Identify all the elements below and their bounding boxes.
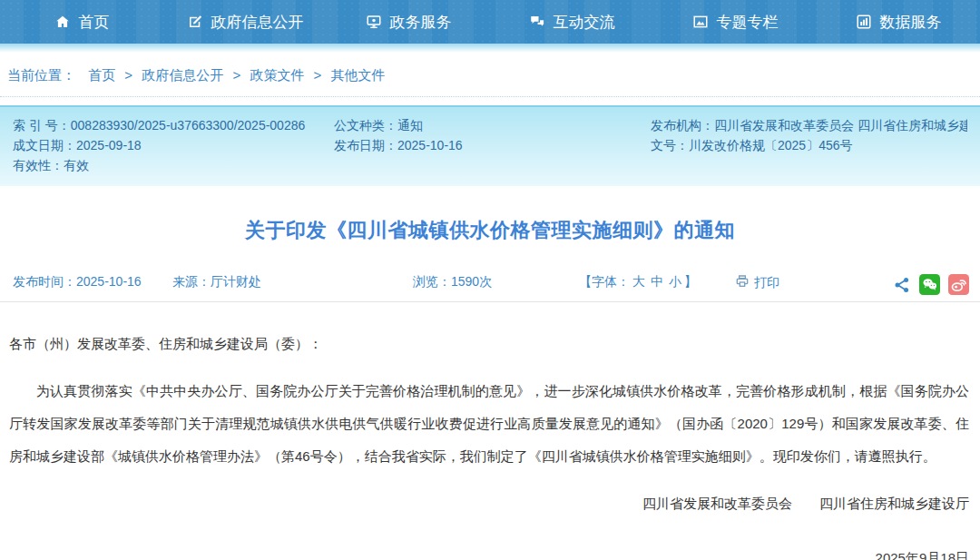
breadcrumb-item-gov-info[interactable]: 政府信息公开 xyxy=(142,67,223,83)
nav-item-label: 互动交流 xyxy=(554,12,615,33)
nav-item-services[interactable]: 政务服务 xyxy=(327,0,490,44)
picture-icon xyxy=(692,14,709,30)
breadcrumb-separator: > xyxy=(124,67,132,83)
nav-item-topics[interactable]: 专题专栏 xyxy=(653,0,817,44)
nav-item-data[interactable]: 数据服务 xyxy=(817,0,980,44)
font-size-control: 【字体：大中小】 xyxy=(579,274,697,290)
article-date: 2025年9月18日 xyxy=(9,547,969,560)
meta-column-2: 公文种类：通知 发布日期：2025-10-16 xyxy=(334,115,651,175)
nav-item-home[interactable]: 首页 xyxy=(0,0,163,44)
article-signature: 四川省发展和改革委员会 四川省住房和城乡建设厅 xyxy=(9,493,969,515)
top-nav: 首页 政府信息公开 政务服务 互动交流 专题专栏 数据服务 xyxy=(0,0,980,44)
font-size-medium-button[interactable]: 中 xyxy=(651,274,663,289)
breadcrumb-item-home[interactable]: 首页 xyxy=(88,67,115,83)
nav-item-label: 政府信息公开 xyxy=(211,12,304,33)
meta-label: 文号： xyxy=(651,138,689,152)
meta-value: 2025-10-16 xyxy=(397,138,463,152)
meta-value: 008283930/2025-u37663300/2025-00286 xyxy=(71,118,305,133)
meta-value: 有效 xyxy=(64,158,89,172)
share-toolbar xyxy=(893,274,969,298)
breadcrumb: 当前位置： 首页 > 政府信息公开 > 政策文件 > 其他文件 xyxy=(0,53,980,97)
breadcrumb-separator: > xyxy=(232,67,240,83)
meta-label: 成文日期： xyxy=(13,138,76,152)
meta-column-1: 索 引 号：008283930/2025-u37663300/2025-0028… xyxy=(13,115,334,175)
meta-doc-type: 公文种类：通知 xyxy=(334,115,651,135)
chat-icon xyxy=(529,14,545,30)
meta-value: 通知 xyxy=(397,118,423,133)
wechat-icon[interactable] xyxy=(919,274,940,298)
breadcrumb-item-policy-files[interactable]: 政策文件 xyxy=(250,67,304,83)
article-info-bar: 发布时间：2025-10-16 来源：厅计财处 浏览：1590次 【字体：大中小… xyxy=(0,266,980,302)
nav-gradient-strip xyxy=(0,44,980,53)
views-value: 1590次 xyxy=(451,274,492,289)
meta-label: 发布机构： xyxy=(651,118,714,133)
nav-item-label: 数据服务 xyxy=(880,12,942,33)
meta-validity: 有效性：有效 xyxy=(13,155,334,175)
meta-label: 索 引 号： xyxy=(13,118,71,133)
source-label: 来源： xyxy=(172,274,211,289)
meta-index-number: 索 引 号：008283930/2025-u37663300/2025-0028… xyxy=(13,115,334,135)
view-count: 浏览：1590次 xyxy=(413,274,492,290)
meta-label: 公文种类： xyxy=(334,118,397,133)
meta-label: 有效性： xyxy=(13,158,64,172)
breadcrumb-label: 当前位置： xyxy=(7,67,75,83)
print-label: 打印 xyxy=(754,275,779,291)
print-button[interactable]: 打印 xyxy=(735,274,779,291)
meta-publish-date: 发布日期：2025-10-16 xyxy=(334,135,651,155)
meta-value: 四川省发展和改革委员会 四川省住房和城乡建… xyxy=(714,118,967,133)
font-size-small-button[interactable]: 小 xyxy=(669,274,681,289)
breadcrumb-separator: > xyxy=(314,67,322,83)
nav-item-label: 政务服务 xyxy=(390,12,452,33)
nav-item-gov-info[interactable]: 政府信息公开 xyxy=(163,0,327,44)
article-paragraph: 为认真贯彻落实《中共中央办公厅、国务院办公厅关于完善价格治理机制的意见》，进一步… xyxy=(9,375,969,473)
publish-time: 发布时间：2025-10-16 xyxy=(13,274,142,290)
weibo-icon[interactable] xyxy=(948,274,969,298)
meta-doc-number: 文号：川发改价格规〔2025〕456号 xyxy=(651,135,967,155)
printer-icon xyxy=(735,274,750,291)
meta-value: 2025-09-18 xyxy=(76,138,142,152)
views-label: 浏览： xyxy=(413,274,451,289)
publish-time-label: 发布时间： xyxy=(13,274,76,289)
share-nodes-icon[interactable] xyxy=(893,276,911,297)
meta-column-3: 发布机构：四川省发展和改革委员会 四川省住房和城乡建… 文号：川发改价格规〔20… xyxy=(651,115,967,175)
article-salutation: 各市（州）发展改革委、住房和城乡建设局（委）： xyxy=(9,333,969,355)
nav-item-label: 首页 xyxy=(79,12,110,33)
nav-item-label: 专题专栏 xyxy=(717,12,779,33)
meta-publisher: 发布机构：四川省发展和改革委员会 四川省住房和城乡建… xyxy=(651,115,967,135)
chart-icon xyxy=(856,14,872,30)
meta-value: 川发改价格规〔2025〕456号 xyxy=(689,138,853,152)
meta-label: 发布日期： xyxy=(334,138,397,152)
monitor-icon xyxy=(366,14,382,30)
source: 来源：厅计财处 xyxy=(172,274,261,290)
source-value: 厅计财处 xyxy=(211,274,261,289)
compose-icon xyxy=(187,14,203,30)
breadcrumb-item-other-files[interactable]: 其他文件 xyxy=(331,67,386,83)
font-size-close: 】 xyxy=(684,274,697,289)
nav-item-interaction[interactable]: 互动交流 xyxy=(490,0,653,44)
meta-written-date: 成文日期：2025-09-18 xyxy=(13,135,334,155)
font-size-open: 【字体： xyxy=(579,274,630,289)
font-size-large-button[interactable]: 大 xyxy=(632,274,645,289)
home-icon xyxy=(54,14,71,30)
publish-time-value: 2025-10-16 xyxy=(76,274,142,289)
article-body: 各市（州）发展改革委、住房和城乡建设局（委）： 为认真贯彻落实《中共中央办公厅、… xyxy=(0,333,980,560)
page-title: 关于印发《四川省城镇供水价格管理实施细则》的通知 xyxy=(0,217,980,244)
document-meta-panel: 索 引 号：008283930/2025-u37663300/2025-0028… xyxy=(0,105,980,186)
